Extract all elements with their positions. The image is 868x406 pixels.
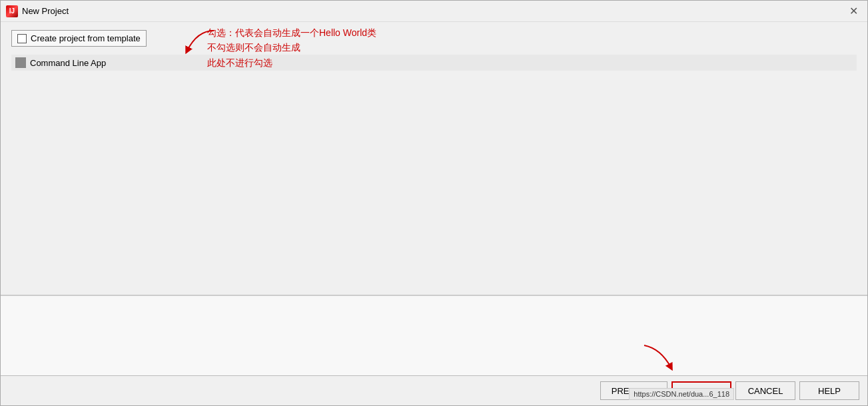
cancel-button[interactable]: CANCEL (735, 381, 795, 400)
create-from-template-checkbox[interactable] (17, 34, 27, 43)
template-item-label: Command Line App (30, 58, 106, 68)
annotation-arrow (177, 27, 217, 63)
annotation-text: 勾选：代表会自动生成一个Hello World类 不勾选则不会自动生成 此处不进… (207, 25, 376, 70)
app-icon: IJ (6, 5, 18, 17)
new-project-window: IJ New Project ✕ Create project from tem… (0, 0, 868, 406)
content-area: Create project from template Command Lin… (1, 22, 867, 405)
create-from-template-label: Create project from template (31, 33, 141, 43)
annotation-line1: 勾选：代表会自动生成一个Hello World类 (207, 25, 376, 40)
title-bar: IJ New Project ✕ (1, 1, 867, 22)
url-bar: https://CSDN.net/dua...6_118 (629, 388, 734, 400)
create-from-template-checkbox-container[interactable]: Create project from template (11, 30, 147, 47)
description-section (1, 295, 867, 375)
folder-icon (15, 57, 26, 68)
annotation-line3: 此处不进行勾选 (207, 55, 376, 70)
template-list: Command Line App (11, 55, 857, 71)
footer-section: PREVIOUS NEXT CANCEL HELP https://CSDN.n… (1, 375, 867, 405)
close-button[interactable]: ✕ (845, 3, 862, 20)
annotation-line2: 不勾选则不会自动生成 (207, 40, 376, 55)
checkbox-row: Create project from template (11, 30, 857, 47)
main-section: Create project from template Command Lin… (1, 22, 867, 295)
next-arrow-annotation (638, 342, 677, 377)
window-title: New Project (22, 6, 845, 16)
help-button[interactable]: HELP (799, 381, 859, 400)
list-item[interactable]: Command Line App (11, 55, 857, 71)
